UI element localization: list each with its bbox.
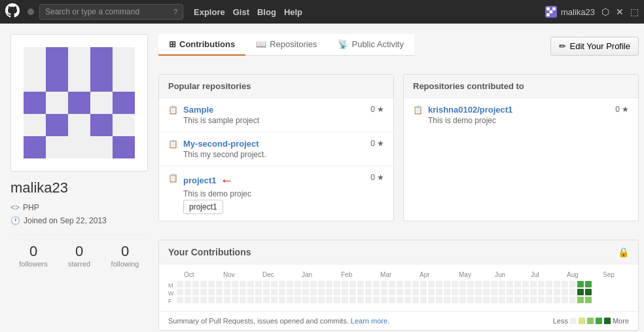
graph-day[interactable] <box>263 297 270 303</box>
repo-link-sample[interactable]: Sample <box>183 105 213 115</box>
graph-day[interactable] <box>436 289 442 295</box>
graph-day[interactable] <box>185 297 191 303</box>
graph-day[interactable] <box>491 281 497 287</box>
graph-day[interactable] <box>554 281 560 287</box>
graph-day[interactable] <box>185 289 191 295</box>
graph-day[interactable] <box>365 297 372 303</box>
learn-more-link[interactable]: Learn more. <box>351 317 389 325</box>
graph-day[interactable] <box>499 289 505 295</box>
repo-stars-second[interactable]: 0 ★ <box>370 139 384 148</box>
graph-day[interactable] <box>263 281 270 287</box>
graph-day[interactable] <box>577 297 584 303</box>
graph-day[interactable] <box>491 289 497 295</box>
graph-day[interactable] <box>459 297 466 303</box>
explore-link[interactable]: Explore <box>194 7 225 17</box>
graph-day[interactable] <box>224 297 230 303</box>
graph-day[interactable] <box>287 281 293 287</box>
graph-day[interactable] <box>208 297 215 303</box>
graph-day[interactable] <box>381 281 387 287</box>
graph-day[interactable] <box>428 297 435 303</box>
graph-day[interactable] <box>569 297 576 303</box>
repo-link-second[interactable]: My-second-project <box>183 139 259 149</box>
graph-day[interactable] <box>295 289 301 295</box>
graph-day[interactable] <box>271 281 277 287</box>
graph-day[interactable] <box>507 281 513 287</box>
graph-day[interactable] <box>585 289 592 295</box>
graph-day[interactable] <box>546 297 552 303</box>
graph-day[interactable] <box>530 297 537 303</box>
graph-day[interactable] <box>452 281 458 287</box>
graph-day[interactable] <box>349 297 356 303</box>
graph-day[interactable] <box>247 289 254 295</box>
graph-day[interactable] <box>208 289 215 295</box>
graph-day[interactable] <box>208 281 215 287</box>
gist-link[interactable]: Gist <box>233 7 249 17</box>
graph-day[interactable] <box>538 289 545 295</box>
graph-day[interactable] <box>373 289 380 295</box>
graph-day[interactable] <box>232 297 238 303</box>
repo-stars-sample[interactable]: 0 ★ <box>370 105 384 114</box>
graph-day[interactable] <box>200 281 207 287</box>
close-icon[interactable]: ✕ <box>616 7 624 17</box>
graph-day[interactable] <box>177 289 183 295</box>
graph-day[interactable] <box>310 289 317 295</box>
blog-link[interactable]: Blog <box>257 7 276 17</box>
graph-day[interactable] <box>349 289 356 295</box>
graph-day[interactable] <box>389 297 395 303</box>
graph-day[interactable] <box>263 289 270 295</box>
graph-day[interactable] <box>444 289 450 295</box>
graph-day[interactable] <box>491 297 497 303</box>
graph-day[interactable] <box>357 297 364 303</box>
graph-day[interactable] <box>397 289 403 295</box>
graph-day[interactable] <box>216 281 223 287</box>
graph-day[interactable] <box>467 297 474 303</box>
graph-day[interactable] <box>381 297 387 303</box>
graph-day[interactable] <box>420 289 427 295</box>
graph-day[interactable] <box>459 289 466 295</box>
graph-day[interactable] <box>499 297 505 303</box>
graph-day[interactable] <box>255 297 262 303</box>
graph-day[interactable] <box>444 297 450 303</box>
graph-day[interactable] <box>554 297 560 303</box>
graph-day[interactable] <box>585 297 592 303</box>
repo-link-project1[interactable]: project1 <box>183 175 217 185</box>
graph-day[interactable] <box>279 281 285 287</box>
graph-day[interactable] <box>538 297 545 303</box>
graph-day[interactable] <box>240 281 246 287</box>
graph-day[interactable] <box>365 281 372 287</box>
graph-day[interactable] <box>483 281 490 287</box>
graph-day[interactable] <box>334 297 340 303</box>
search-box[interactable]: ? <box>39 4 183 20</box>
graph-day[interactable] <box>585 281 592 287</box>
graph-day[interactable] <box>389 289 395 295</box>
following-stat[interactable]: 0 following <box>102 243 148 268</box>
signout-icon[interactable]: ⬚ <box>630 7 639 17</box>
graph-day[interactable] <box>302 281 309 287</box>
graph-day[interactable] <box>522 281 529 287</box>
graph-day[interactable] <box>334 289 340 295</box>
graph-day[interactable] <box>546 281 552 287</box>
graph-day[interactable] <box>404 281 411 287</box>
graph-day[interactable] <box>381 289 387 295</box>
graph-day[interactable] <box>240 297 246 303</box>
graph-day[interactable] <box>562 289 568 295</box>
graph-day[interactable] <box>459 281 466 287</box>
graph-day[interactable] <box>412 281 419 287</box>
graph-day[interactable] <box>507 289 513 295</box>
username-display[interactable]: malika23 <box>545 6 595 18</box>
search-input[interactable] <box>45 7 171 16</box>
tab-contributions[interactable]: ⊞ Contributions <box>158 34 245 56</box>
graph-day[interactable] <box>514 281 521 287</box>
graph-day[interactable] <box>302 289 309 295</box>
graph-day[interactable] <box>522 289 529 295</box>
graph-day[interactable] <box>397 297 403 303</box>
graph-day[interactable] <box>577 281 584 287</box>
graph-day[interactable] <box>318 281 325 287</box>
graph-day[interactable] <box>342 289 348 295</box>
graph-day[interactable] <box>326 281 332 287</box>
graph-day[interactable] <box>562 281 568 287</box>
graph-day[interactable] <box>342 281 348 287</box>
graph-day[interactable] <box>232 281 238 287</box>
graph-day[interactable] <box>357 289 364 295</box>
graph-day[interactable] <box>334 281 340 287</box>
